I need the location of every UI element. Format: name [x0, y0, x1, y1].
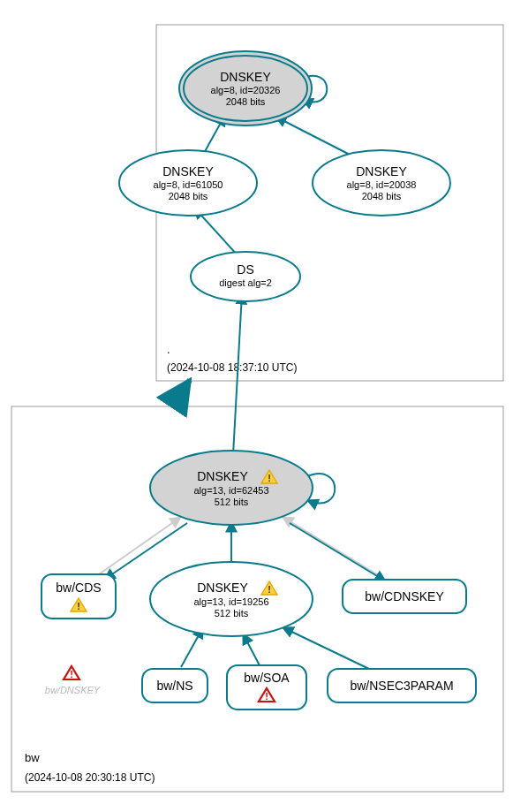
- svg-text:!: !: [70, 669, 73, 679]
- edge-cds-to-ksk-light: [99, 517, 181, 574]
- edge-bwksk-to-ds: [233, 293, 242, 455]
- edge-cdnskey-to-ksk-light: [283, 517, 380, 576]
- bw-ksk-title: DNSKEY: [197, 469, 248, 483]
- edge-zone-root-to-bw: [172, 380, 190, 406]
- error-icon: !: [64, 666, 79, 679]
- node-root-zsk2: DNSKEY alg=8, id=20038 2048 bits: [313, 150, 450, 216]
- svg-text:!: !: [265, 691, 268, 702]
- bw-zsk-line3: 512 bits: [215, 608, 249, 618]
- root-zsk1-title: DNSKEY: [162, 164, 214, 178]
- root-zsk1-line2: alg=8, id=61050: [154, 179, 223, 190]
- bw-ksk-line3: 512 bits: [215, 497, 249, 507]
- node-bw-cds: bw/CDS !: [41, 574, 116, 618]
- node-root-zsk1: DNSKEY alg=8, id=61050 2048 bits: [119, 150, 257, 216]
- root-zsk1-line3: 2048 bits: [169, 191, 208, 201]
- edge-nsec3-to-zsk: [283, 627, 371, 670]
- svg-text:!: !: [268, 584, 271, 595]
- bw-cds-title: bw/CDS: [56, 581, 101, 595]
- root-ksk-title: DNSKEY: [220, 70, 271, 84]
- zone-root-label: .: [167, 343, 170, 356]
- root-ds-line2: digest alg=2: [219, 277, 272, 288]
- svg-point-4: [191, 252, 300, 301]
- bw-zsk-line2: alg=13, id=19256: [193, 596, 268, 607]
- root-zsk2-title: DNSKEY: [356, 164, 407, 178]
- node-bw-cdnskey: bw/CDNSKEY: [343, 580, 466, 613]
- zone-bw-timestamp: (2024-10-08 20:30:18 UTC): [25, 771, 155, 784]
- node-bw-dnskey-ghost: ! bw/DNSKEY: [45, 666, 101, 695]
- node-bw-nsec3: bw/NSEC3PARAM: [328, 669, 476, 702]
- root-zsk2-line3: 2048 bits: [362, 191, 402, 201]
- node-root-ksk: DNSKEY alg=8, id=20326 2048 bits: [179, 51, 312, 125]
- node-bw-soa: bw/SOA !: [227, 665, 306, 710]
- node-bw-ns: bw/NS: [142, 669, 207, 702]
- edge-soa-to-zsk: [243, 634, 260, 667]
- root-zsk2-line2: alg=8, id=20038: [347, 179, 417, 190]
- root-ksk-line2: alg=8, id=20326: [211, 85, 281, 95]
- svg-text:!: !: [268, 473, 271, 483]
- bw-zsk-title: DNSKEY: [197, 581, 248, 595]
- node-bw-ksk: DNSKEY ! alg=13, id=62453 512 bits: [150, 451, 313, 525]
- bw-cdnskey-title: bw/CDNSKEY: [365, 589, 444, 603]
- svg-text:!: !: [77, 601, 80, 611]
- edge-zsk2-to-ksk: [275, 117, 353, 156]
- node-bw-zsk: DNSKEY ! alg=13, id=19256 512 bits: [150, 562, 313, 636]
- bw-dnskey-ghost-title: bw/DNSKEY: [45, 685, 101, 695]
- bw-ksk-line2: alg=13, id=62453: [193, 485, 268, 496]
- zone-bw-label: bw: [25, 751, 40, 764]
- node-root-ds: DS digest alg=2: [191, 252, 300, 301]
- edge-ksk-to-cds: [104, 523, 187, 580]
- bw-nsec3-title: bw/NSEC3PARAM: [350, 679, 453, 693]
- root-ksk-line3: 2048 bits: [226, 96, 266, 107]
- edge-ksk-to-cdnskey: [290, 523, 386, 581]
- bw-soa-title: bw/SOA: [244, 671, 290, 685]
- bw-ns-title: bw/NS: [156, 679, 192, 693]
- zone-root-timestamp: (2024-10-08 18:37:10 UTC): [167, 361, 297, 374]
- root-ds-title: DS: [237, 262, 253, 277]
